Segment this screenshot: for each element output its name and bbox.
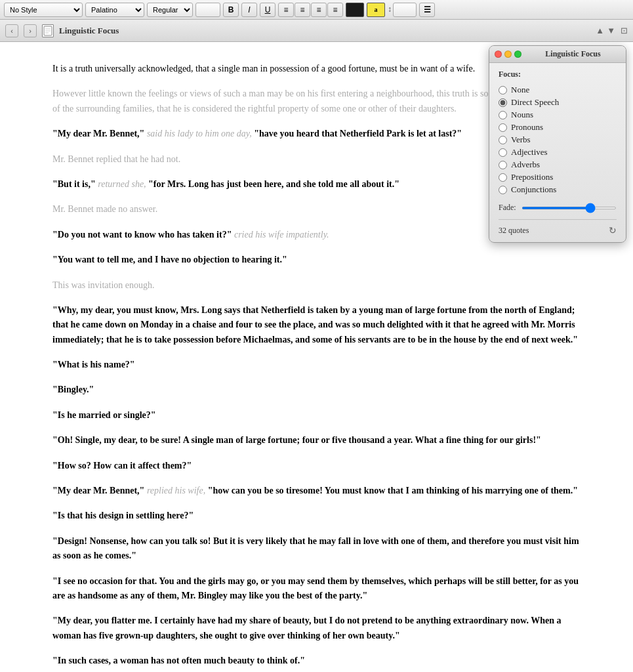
label-adverbs: Adverbs (511, 159, 540, 170)
label-conjunctions: Conjunctions (511, 184, 556, 195)
linguistic-focus-panel: Linguistic Focus Focus: None Direct Spee… (489, 45, 626, 243)
direct-speech-span-6: "You want to tell me, and I have no obje… (52, 255, 287, 264)
option-direct-speech[interactable]: Direct Speech (499, 97, 617, 108)
label-pronouns: Pronouns (511, 122, 543, 133)
fade-slider[interactable] (521, 207, 617, 209)
paragraph-19: "I see no occasion for that. You and the… (52, 574, 581, 604)
line-height-group: ↕ 1.1 (388, 3, 417, 17)
weight-select[interactable]: Regular (147, 3, 193, 17)
direct-speech-span-14: "how can you be so tiresome! You must kn… (208, 486, 578, 495)
toolbar: No Style Palatino Regular 14 B I U ≡ ≡ ≡… (0, 0, 633, 20)
align-justify-button[interactable]: ≡ (327, 3, 343, 17)
bold-button[interactable]: B (223, 3, 239, 17)
direct-speech-span-9: "Bingley." (52, 385, 94, 394)
font-size-input[interactable]: 14 (195, 3, 220, 17)
option-conjunctions[interactable]: Conjunctions (499, 184, 617, 195)
quotes-count: 32 quotes (499, 226, 529, 236)
paragraph-18: "Design! Nonsense, how can you talk so! … (52, 534, 581, 564)
radio-conjunctions[interactable] (499, 186, 507, 194)
quotes-section: 32 quotes ↻ (499, 219, 617, 236)
line-spacing-input[interactable]: 1.1 (393, 3, 417, 17)
back-button[interactable]: ‹ (5, 24, 18, 37)
option-nouns[interactable]: Nouns (499, 110, 617, 120)
option-none[interactable]: None (499, 85, 617, 95)
title-bar: ‹ › Linguistic Focus ▲ ▼ ⊡ (0, 20, 633, 42)
label-verbs: Verbs (511, 135, 531, 145)
align-group: ≡ ≡ ≡ ≡ (278, 3, 343, 17)
list-button[interactable]: ☰ (419, 3, 435, 17)
paragraph-20: "My dear, you flatter me. I certainly ha… (52, 614, 581, 643)
option-prepositions[interactable]: Prepositions (499, 172, 617, 182)
main-area: It is a truth universally acknowledged, … (0, 42, 633, 672)
refresh-button[interactable]: ↻ (609, 225, 617, 236)
next-arrow[interactable]: ▼ (607, 26, 615, 35)
paragraph-15: "How so? How can it affect them?" (52, 459, 581, 473)
text-color-box[interactable] (346, 3, 364, 17)
paragraph-21: "In such cases, a woman has not often mu… (52, 654, 581, 668)
prev-arrow[interactable]: ▲ (596, 26, 604, 35)
paragraph-13: "Is he married or single?" (52, 408, 581, 423)
align-left-button[interactable]: ≡ (278, 3, 294, 17)
direct-speech-span-12: "How so? How can it affect them?" (52, 461, 192, 471)
focus-radio-group: None Direct Speech Nouns Pronouns Verbs (499, 85, 617, 195)
align-center-button[interactable]: ≡ (295, 3, 310, 17)
panel-content: Focus: None Direct Speech Nouns Pronouns (489, 63, 626, 242)
collapse-button[interactable]: ⊡ (621, 26, 628, 35)
paragraph-9: This was invitation enough. (52, 278, 581, 293)
option-adverbs[interactable]: Adverbs (499, 159, 617, 170)
paragraph-11: "What is his name?" (52, 358, 581, 372)
paragraph-17: "Is that his design in settling here?" (52, 509, 581, 523)
line-height-icon: ↕ (388, 5, 392, 14)
underline-button[interactable]: U (260, 3, 276, 17)
direct-speech-span-11: "Oh! Single, my dear, to be sure! A sing… (52, 435, 541, 445)
fade-section: Fade: (499, 203, 617, 213)
label-none: None (511, 85, 529, 95)
radio-adjectives[interactable] (499, 148, 507, 157)
direct-speech-span-19: "In such cases, a woman has not often mu… (52, 656, 305, 665)
align-right-button[interactable]: ≡ (311, 3, 327, 17)
direct-speech-span-8: "What is his name?" (52, 360, 135, 369)
close-button[interactable] (495, 51, 502, 58)
direct-speech-span-2: "have you heard that Netherfield Park is… (254, 129, 462, 138)
style-select[interactable]: No Style (4, 3, 83, 17)
radio-adverbs[interactable] (499, 161, 507, 169)
para-text: It is a truth universally acknowledged, … (52, 64, 475, 74)
paragraph-10: "Why, my dear, you must know, Mrs. Long … (52, 303, 581, 347)
nav-arrows: ▲ ▼ (596, 26, 615, 35)
label-nouns: Nouns (511, 110, 533, 120)
maximize-button[interactable] (514, 51, 521, 58)
highlight-label: a (375, 6, 378, 13)
radio-nouns[interactable] (499, 111, 507, 119)
radio-prepositions[interactable] (499, 173, 507, 182)
option-pronouns[interactable]: Pronouns (499, 122, 617, 133)
focus-section-label: Focus: (499, 70, 617, 79)
option-adjectives[interactable]: Adjectives (499, 147, 617, 158)
panel-title: Linguistic Focus (525, 49, 621, 59)
label-direct-speech: Direct Speech (511, 97, 559, 108)
direct-speech-span-10: "Is he married or single?" (52, 410, 156, 420)
radio-none[interactable] (499, 86, 507, 94)
direct-speech-span-3: "But it is," (52, 179, 96, 189)
document-icon (42, 24, 54, 37)
page-title: Linguistic Focus (59, 26, 590, 36)
radio-pronouns[interactable] (499, 123, 507, 132)
paragraph-16: "My dear Mr. Bennet," replied his wife, … (52, 484, 581, 498)
label-adjectives: Adjectives (511, 147, 548, 158)
minimize-button[interactable] (504, 51, 512, 58)
narration-span-2: returned she, (96, 179, 148, 189)
direct-speech-span-17: "I see no occasion for that. You and the… (52, 576, 579, 600)
narration-span-3: cried his wife impatiently. (232, 230, 329, 240)
label-prepositions: Prepositions (511, 172, 553, 182)
radio-direct-speech[interactable] (499, 98, 507, 107)
option-verbs[interactable]: Verbs (499, 135, 617, 145)
narration-span-4: replied his wife, (144, 486, 207, 495)
para-text: Mr. Bennet replied that he had not. (52, 154, 180, 164)
panel-titlebar: Linguistic Focus (489, 46, 626, 63)
radio-verbs[interactable] (499, 136, 507, 144)
italic-button[interactable]: I (241, 3, 257, 17)
direct-speech-span-4: "for Mrs. Long has just been here, and s… (148, 179, 399, 189)
forward-button[interactable]: › (24, 24, 37, 37)
direct-speech-span-15: "Is that his design in settling here?" (52, 511, 194, 520)
font-select[interactable]: Palatino (85, 3, 144, 17)
highlight-color-box[interactable]: a (367, 3, 385, 17)
